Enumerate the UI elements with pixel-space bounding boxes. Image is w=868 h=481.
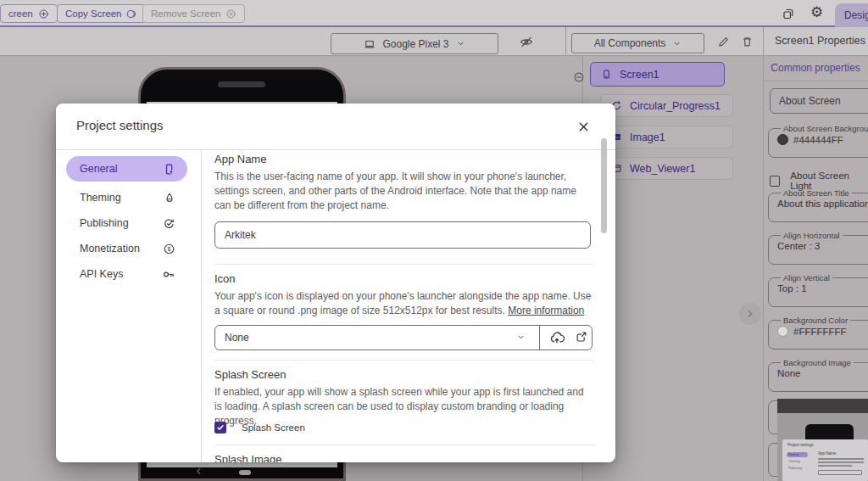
project-settings-modal: Project settings General Theming Publish… bbox=[56, 103, 615, 462]
tab-theming-label: Theming bbox=[80, 192, 121, 204]
tab-api-keys[interactable]: API Keys bbox=[66, 266, 187, 282]
checkbox-checked-icon[interactable] bbox=[214, 422, 226, 433]
section-divider bbox=[214, 445, 593, 445]
more-information-link[interactable]: More information bbox=[508, 305, 584, 316]
phone-doc-icon bbox=[163, 163, 175, 176]
tab-monetization-label: Monetization bbox=[80, 243, 140, 254]
icon-select-value: None bbox=[225, 326, 249, 350]
tab-publishing[interactable]: Publishing bbox=[66, 215, 187, 231]
app-name-description: This is the user-facing name of your app… bbox=[214, 170, 593, 213]
modal-scrollbar-thumb[interactable] bbox=[601, 138, 607, 233]
section-divider bbox=[214, 264, 593, 265]
splash-heading: Splash Screen bbox=[214, 368, 287, 381]
app-name-heading: App Name bbox=[214, 153, 266, 165]
tab-general[interactable]: General bbox=[66, 156, 187, 182]
tab-general-label: General bbox=[80, 163, 117, 175]
icon-select[interactable]: None bbox=[214, 325, 593, 350]
publish-sync-icon bbox=[163, 217, 175, 230]
combo-separator bbox=[539, 326, 540, 350]
tab-theming[interactable]: Theming bbox=[66, 190, 187, 205]
close-icon[interactable] bbox=[577, 120, 590, 133]
chevron-down-icon bbox=[516, 333, 526, 342]
cloud-upload-icon[interactable] bbox=[549, 330, 565, 345]
tab-publishing-label: Publishing bbox=[80, 217, 129, 229]
droplet-icon bbox=[164, 192, 175, 204]
key-icon bbox=[162, 268, 175, 281]
app-name-input[interactable]: Arkitek bbox=[214, 221, 591, 249]
icon-heading: Icon bbox=[214, 272, 236, 285]
modal-header-divider bbox=[56, 149, 615, 150]
dollar-circle-icon: $ bbox=[163, 243, 175, 255]
tab-monetization[interactable]: Monetization $ bbox=[66, 241, 187, 256]
app-designer: creen Copy Screen Remove Screen ⚙ Desig bbox=[0, 0, 868, 481]
tab-api-keys-label: API Keys bbox=[80, 268, 123, 280]
modal-title: Project settings bbox=[76, 118, 164, 132]
icon-description: Your app's icon is displayed on your pho… bbox=[214, 289, 593, 318]
modal-sidebar-divider bbox=[201, 150, 202, 462]
section-divider bbox=[214, 360, 593, 361]
app-name-value: Arkitek bbox=[225, 229, 256, 241]
splash-checkbox-label: Splash Screen bbox=[242, 422, 305, 433]
external-link-icon[interactable] bbox=[575, 330, 588, 344]
clipped-next-heading: Splash Image bbox=[214, 453, 282, 462]
splash-checkbox-row[interactable]: Splash Screen bbox=[214, 422, 305, 433]
svg-text:$: $ bbox=[168, 246, 171, 252]
